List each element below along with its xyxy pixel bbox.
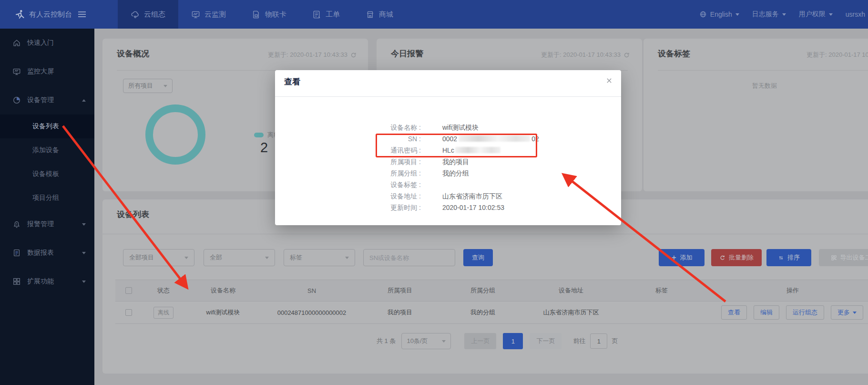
col-project: 所属项目	[362, 286, 438, 295]
col-status: 状态	[142, 286, 185, 295]
col-device-name: 设备名称	[185, 286, 261, 295]
tag-select[interactable]: 标签	[284, 249, 355, 266]
caret-down-icon	[442, 340, 446, 343]
nav-item-work-order[interactable]: 工单	[299, 0, 353, 29]
cell-device-name: wifi测试模块	[185, 308, 261, 317]
cell-address: 山东省济南市历下区	[528, 308, 614, 317]
prev-page-button[interactable]: 上一页	[464, 333, 496, 349]
navbar-right: English 日志服务 用户权限 usrsxh	[699, 10, 868, 19]
hamburger-menu-icon[interactable]	[78, 11, 86, 17]
cell-project: 我的项目	[362, 308, 438, 317]
cell-sn: 00024871000000000002	[261, 309, 362, 316]
next-page-button[interactable]: 下一页	[530, 333, 562, 349]
redacted-password	[455, 147, 500, 153]
export-qr-button[interactable]: 导出设备二维码	[819, 249, 868, 266]
nav-item-cloud-monitor[interactable]: 云监测	[178, 0, 239, 29]
device-list-card: 设备列表 全部项目 全部 标签 查询 添加	[102, 199, 868, 374]
cell-group: 我的分组	[438, 308, 528, 317]
detail-row-password: 通讯密码 : HLc	[275, 145, 621, 156]
brand: 有人云控制台	[0, 0, 118, 29]
sidebar-subitem-device-list[interactable]: 设备列表	[0, 114, 94, 138]
edit-button[interactable]: 编辑	[754, 305, 779, 320]
search-button[interactable]: 查询	[463, 249, 493, 266]
log-service-menu[interactable]: 日志服务	[752, 10, 786, 19]
more-button[interactable]: 更多	[831, 305, 863, 320]
close-icon[interactable]	[606, 77, 613, 84]
language-switcher[interactable]: English	[699, 10, 739, 18]
usr-mascot-logo-icon	[14, 9, 25, 20]
device-management-submenu: 设备列表 添加设备 设备模板 项目分组	[0, 114, 94, 210]
sidebar-item-data-report[interactable]: 数据报表	[0, 239, 94, 267]
detail-row-updated: 更新时间 : 2020-01-17 10:02:53	[275, 202, 621, 213]
goto-label: 前往	[573, 337, 585, 345]
sidebar-subitem-project-group[interactable]: 项目分组	[0, 186, 94, 210]
current-page-button[interactable]: 1	[503, 333, 523, 349]
globe-icon	[699, 10, 707, 18]
refresh-icon[interactable]	[350, 52, 357, 58]
col-tag: 标签	[614, 286, 709, 295]
cell-actions: 查看 编辑 运行组态 更多	[709, 305, 868, 320]
col-address: 设备地址	[528, 286, 614, 295]
detail-row-group: 所属分组 : 我的分组	[275, 167, 621, 179]
grid-icon	[12, 277, 21, 286]
big-screen-icon	[12, 67, 21, 76]
sidebar-item-big-screen[interactable]: 监控大屏	[0, 57, 94, 86]
col-group: 所属分组	[438, 286, 528, 295]
add-device-button[interactable]: 添加	[659, 249, 705, 266]
pagination: 共 1 条 10条/页 上一页 1 下一页 前往 页	[377, 333, 618, 349]
caret-down-icon	[853, 312, 857, 314]
device-tags-card: 设备标签 更新于: 2020-01-17 10:43:33 暂无数据	[643, 39, 868, 191]
caret-down-icon	[782, 13, 786, 16]
sidebar-subitem-add-device[interactable]: 添加设备	[0, 138, 94, 162]
app-title: 有人云控制台	[29, 10, 72, 19]
view-button[interactable]: 查看	[721, 305, 747, 320]
sidebar-item-alarm-management[interactable]: 报警管理	[0, 210, 94, 239]
pie-chart-icon	[12, 96, 21, 104]
nav-item-iot-card[interactable]: 物联卡	[239, 0, 299, 29]
status-select[interactable]: 全部	[204, 249, 275, 266]
device-table: 状态 设备名称 SN 所属项目 所属分组 设备地址 标签 操作 离线 wifi测…	[115, 280, 868, 324]
table-row: 离线 wifi测试模块 00024871000000000002 我的项目 我的…	[115, 302, 868, 324]
legend-swatch	[254, 133, 264, 137]
storefront-icon	[366, 10, 375, 19]
goto-unit: 页	[612, 337, 618, 345]
sidebar-item-quick-start[interactable]: 快速入门	[0, 29, 94, 57]
row-checkbox[interactable]	[125, 309, 132, 316]
card-updated: 更新于: 2020-01-17 10:43:33	[807, 51, 868, 59]
col-actions: 操作	[709, 286, 868, 295]
card-title: 设备概况	[117, 48, 149, 59]
card-title: 设备列表	[117, 209, 149, 220]
refresh-icon[interactable]	[623, 52, 630, 58]
caret-down-icon	[735, 13, 739, 16]
page-size-select[interactable]: 10条/页	[401, 333, 451, 349]
detail-row-project: 所属项目 : 我的项目	[275, 156, 621, 167]
card-updated: 更新于: 2020-01-17 10:43:33	[268, 51, 357, 59]
sidebar-item-extensions[interactable]: 扩展功能	[0, 267, 94, 296]
offline-count: 2	[260, 140, 268, 156]
user-permission-menu[interactable]: 用户权限	[799, 10, 833, 19]
caret-down-icon	[829, 13, 833, 16]
caret-up-icon	[82, 99, 86, 102]
goto-page-input[interactable]	[590, 333, 607, 349]
sort-button[interactable]: 排序	[766, 249, 811, 266]
select-all-checkbox[interactable]	[125, 287, 132, 294]
search-input-wrapper	[363, 249, 455, 266]
refresh-c-icon	[719, 255, 725, 261]
run-scada-button[interactable]: 运行组态	[786, 305, 824, 320]
sidebar-subitem-device-template[interactable]: 设备模板	[0, 162, 94, 186]
sidebar-item-device-management[interactable]: 设备管理	[0, 86, 94, 114]
search-input[interactable]	[369, 254, 449, 261]
status-badge: 离线	[153, 307, 174, 319]
project-filter-select[interactable]: 所有项目	[123, 79, 173, 93]
col-sn: SN	[261, 287, 362, 294]
nav-item-mall[interactable]: 商城	[353, 0, 406, 29]
project-select[interactable]: 全部项目	[123, 249, 194, 266]
caret-down-icon	[345, 257, 349, 259]
home-icon	[12, 39, 21, 47]
nav-item-cloud-scada[interactable]: 云组态	[118, 0, 178, 29]
detail-row-sn: SN : 000202	[275, 133, 621, 145]
batch-delete-button[interactable]: 批量删除	[711, 249, 762, 266]
redacted-sn	[459, 135, 530, 142]
username[interactable]: usrsxh	[846, 10, 865, 18]
caret-down-icon	[265, 257, 269, 259]
